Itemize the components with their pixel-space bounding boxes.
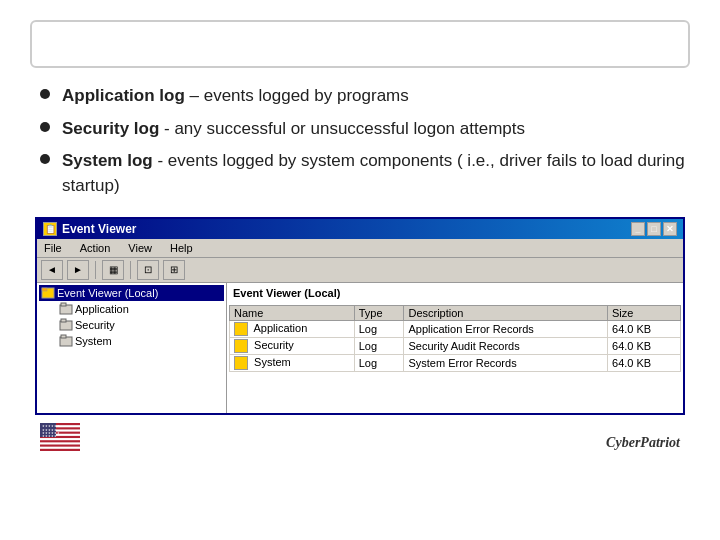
ev-title-text: Event Viewer	[62, 222, 136, 236]
logo-area: ★★★★★★ ★★★★★ ★★★★★★ ★★★★★	[40, 423, 80, 451]
bullet-section: Application log – events logged by progr…	[30, 84, 690, 199]
ev-title-bar: 📋 Event Viewer _ □ ✕	[37, 219, 683, 239]
bullet-rest-1: – events logged by programs	[185, 86, 409, 105]
ev-col-size: Size	[608, 305, 681, 320]
bullet-text-2: Security log - any successful or unsucce…	[62, 117, 525, 142]
ev-window-icon: 📋	[43, 222, 57, 236]
ev-col-type: Type	[354, 305, 404, 320]
ev-row-0-name: Application	[230, 320, 355, 337]
ev-tree-root-label: Event Viewer (Local)	[57, 287, 158, 299]
ev-menu-help[interactable]: Help	[167, 241, 196, 255]
svg-rect-3	[61, 303, 66, 306]
ev-right-panel: Event Viewer (Local) Name Type Descripti…	[227, 283, 683, 413]
ev-menu-action[interactable]: Action	[77, 241, 114, 255]
ev-left-panel: Event Viewer (Local) Application	[37, 283, 227, 413]
ev-copy-btn[interactable]: ⊡	[137, 260, 159, 280]
ev-menu-view[interactable]: View	[125, 241, 155, 255]
ev-row-1-size: 64.0 KB	[608, 337, 681, 354]
ev-export-btn[interactable]: ⊞	[163, 260, 185, 280]
ev-maximize-btn[interactable]: □	[647, 222, 661, 236]
ev-forward-btn[interactable]: ►	[67, 260, 89, 280]
ev-table-header-row: Name Type Description Size	[230, 305, 681, 320]
ev-minimize-btn[interactable]: _	[631, 222, 645, 236]
svg-rect-5	[61, 319, 66, 322]
ev-tree-children: Application Security	[39, 301, 224, 349]
bullet-bold-2: Security log	[62, 119, 159, 138]
bottom-area: ★★★★★★ ★★★★★ ★★★★★★ ★★★★★ CyberPatriot	[30, 423, 690, 451]
svg-rect-14	[40, 446, 80, 448]
ev-toolbar: ◄ ► ▦ ⊡ ⊞	[37, 258, 683, 283]
event-viewer-window: 📋 Event Viewer _ □ ✕ File Action View He…	[35, 217, 685, 415]
bullet-rest-2: - any successful or unsuccessful logon a…	[159, 119, 525, 138]
bullet-item-3: System log - events logged by system com…	[40, 149, 690, 198]
ev-body: Event Viewer (Local) Application	[37, 283, 683, 413]
ev-row-0-type: Log	[354, 320, 404, 337]
bullet-text-3: System log - events logged by system com…	[62, 149, 690, 198]
ev-tree-application[interactable]: Application	[57, 301, 224, 317]
ev-title-left: 📋 Event Viewer	[43, 222, 136, 236]
ev-table: Name Type Description Size Application	[229, 305, 681, 372]
ev-row-0-icon	[234, 322, 248, 336]
ev-tree-application-icon	[59, 302, 73, 316]
ev-row-0-size: 64.0 KB	[608, 320, 681, 337]
ev-tree-system-label: System	[75, 335, 112, 347]
svg-rect-12	[40, 438, 80, 440]
ev-row-2-name: System	[230, 354, 355, 371]
ev-view-btn[interactable]: ▦	[102, 260, 124, 280]
ev-close-btn[interactable]: ✕	[663, 222, 677, 236]
bullet-dot-1	[40, 89, 50, 99]
ev-row-2-desc: System Error Records	[404, 354, 608, 371]
svg-rect-7	[61, 335, 66, 338]
bullet-rest-3: - events logged by system components ( i…	[62, 151, 685, 195]
top-bar	[30, 20, 690, 68]
cyberpatriot-brand: CyberPatriot	[606, 435, 680, 451]
bullet-bold-3: System log	[62, 151, 153, 170]
svg-rect-13	[40, 442, 80, 444]
table-row[interactable]: System Log System Error Records 64.0 KB	[230, 354, 681, 371]
ev-tree-security[interactable]: Security	[57, 317, 224, 333]
ev-toolbar-sep-1	[95, 261, 96, 279]
svg-rect-1	[42, 288, 47, 291]
ev-row-2-size: 64.0 KB	[608, 354, 681, 371]
bullet-item-1: Application log – events logged by progr…	[40, 84, 690, 109]
ev-tree-system-icon	[59, 334, 73, 348]
ev-back-btn[interactable]: ◄	[41, 260, 63, 280]
table-row[interactable]: Application Log Application Error Record…	[230, 320, 681, 337]
bullet-text-1: Application log – events logged by progr…	[62, 84, 409, 109]
ev-toolbar-sep-2	[130, 261, 131, 279]
bullet-dot-2	[40, 122, 50, 132]
ev-row-1-type: Log	[354, 337, 404, 354]
ev-tree-security-label: Security	[75, 319, 115, 331]
svg-text:★★★★★: ★★★★★	[42, 434, 57, 438]
ev-title-buttons: _ □ ✕	[631, 222, 677, 236]
ev-tree-application-label: Application	[75, 303, 129, 315]
ev-row-1-icon	[234, 339, 248, 353]
ev-tree-root-icon	[41, 286, 55, 300]
ev-right-header: Event Viewer (Local)	[229, 285, 681, 301]
ev-row-2-type: Log	[354, 354, 404, 371]
table-row[interactable]: Security Log Security Audit Records 64.0…	[230, 337, 681, 354]
bullet-item-2: Security log - any successful or unsucce…	[40, 117, 690, 142]
ev-menu-file[interactable]: File	[41, 241, 65, 255]
ev-tree-security-icon	[59, 318, 73, 332]
bullet-bold-1: Application log	[62, 86, 185, 105]
ev-tree-root: Event Viewer (Local) Application	[39, 285, 224, 349]
bullet-dot-3	[40, 154, 50, 164]
ev-row-2-icon	[234, 356, 248, 370]
ev-row-1-name: Security	[230, 337, 355, 354]
ev-col-description: Description	[404, 305, 608, 320]
ev-col-name: Name	[230, 305, 355, 320]
ev-tree-system[interactable]: System	[57, 333, 224, 349]
ev-row-1-desc: Security Audit Records	[404, 337, 608, 354]
ev-tree-root-item[interactable]: Event Viewer (Local)	[39, 285, 224, 301]
ev-menu-bar: File Action View Help	[37, 239, 683, 258]
slide-container: Application log – events logged by progr…	[0, 0, 720, 540]
flag-icon: ★★★★★★ ★★★★★ ★★★★★★ ★★★★★	[40, 423, 80, 451]
ev-row-0-desc: Application Error Records	[404, 320, 608, 337]
